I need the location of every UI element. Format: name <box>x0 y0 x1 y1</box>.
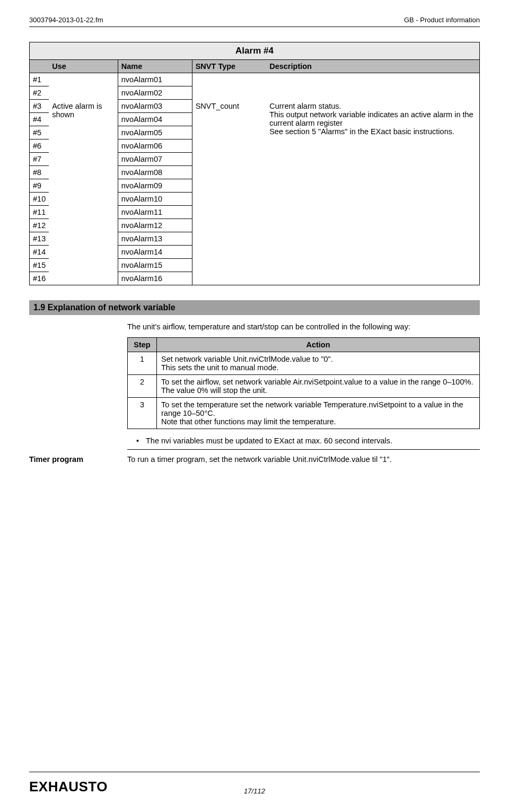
step-num: 1 <box>128 352 157 375</box>
col-snvt: SNVT Type <box>192 60 266 73</box>
step-header: Step <box>128 338 157 352</box>
desc-cell-empty <box>266 73 479 100</box>
col-name: Name <box>118 60 192 73</box>
row-name: nvoAlarm14 <box>118 246 192 259</box>
step-num: 3 <box>128 398 157 429</box>
row-name: nvoAlarm10 <box>118 193 192 206</box>
row-num: #9 <box>30 179 49 193</box>
col-use: Use <box>49 60 118 73</box>
row-name: nvoAlarm04 <box>118 113 192 126</box>
action-header: Action <box>157 338 480 352</box>
alarm-table-header-row: Use Name SNVT Type Description <box>30 60 480 73</box>
bullet-note: The nvi variables must be updated to EXa… <box>146 436 480 445</box>
use-cell-empty <box>49 73 118 100</box>
step-header-row: Step Action <box>128 338 480 352</box>
row-num: #7 <box>30 153 49 166</box>
row-name: nvoAlarm09 <box>118 179 192 193</box>
row-name: nvoAlarm12 <box>118 219 192 232</box>
header-right: GB - Product information <box>404 16 480 24</box>
table-row: #1 nvoAlarm01 <box>30 73 480 86</box>
row-name: nvoAlarm08 <box>118 166 192 179</box>
row-name: nvoAlarm03 <box>118 100 192 113</box>
col-desc: Description <box>266 60 479 73</box>
row-name: nvoAlarm02 <box>118 86 192 100</box>
footer-rule <box>29 772 480 772</box>
alarm-table-title: Alarm #4 <box>30 42 480 60</box>
step-action: Set network variable Unit.nviCtrlMode.va… <box>157 352 480 375</box>
step-row: 3 To set the temperature set the network… <box>128 398 480 429</box>
brand-logo: EXHAUSTO <box>29 779 108 795</box>
col-blank <box>30 60 49 73</box>
section-heading: 1.9 Explanation of network variable <box>29 300 480 315</box>
row-name: nvoAlarm15 <box>118 259 192 272</box>
row-num: #11 <box>30 206 49 219</box>
row-name: nvoAlarm16 <box>118 272 192 285</box>
snvt-cell-empty <box>192 73 266 100</box>
header-left: 3003794-2013-01-22.fm <box>29 16 103 24</box>
row-num: #14 <box>30 246 49 259</box>
step-num: 2 <box>128 375 157 398</box>
page: 3003794-2013-01-22.fm GB - Product infor… <box>0 0 509 812</box>
row-num: #5 <box>30 126 49 139</box>
alarm-table-title-row: Alarm #4 <box>30 42 480 60</box>
step-row: 1 Set network variable Unit.nviCtrlMode.… <box>128 352 480 375</box>
row-name: nvoAlarm11 <box>118 206 192 219</box>
step-action: To set the temperature set the network v… <box>157 398 480 429</box>
row-num: #16 <box>30 272 49 285</box>
page-header: 3003794-2013-01-22.fm GB - Product infor… <box>29 16 480 24</box>
page-footer: 17/112 EXHAUSTO <box>29 772 480 795</box>
row-name: nvoAlarm01 <box>118 73 192 86</box>
row-num: #3 <box>30 100 49 113</box>
row-num: #2 <box>30 86 49 100</box>
row-num: #4 <box>30 113 49 126</box>
step-table: Step Action 1 Set network variable Unit.… <box>127 337 480 429</box>
header-rule <box>29 27 480 27</box>
separator-rule <box>127 449 480 450</box>
alarm-table: Alarm #4 Use Name SNVT Type Description … <box>29 42 480 285</box>
use-cell: Active alarm is shown <box>49 100 118 285</box>
row-num: #12 <box>30 219 49 232</box>
timer-row: Timer program To run a timer program, se… <box>29 455 480 464</box>
step-action: To set the airflow, set network variable… <box>157 375 480 398</box>
timer-label: Timer program <box>29 455 117 464</box>
timer-text: To run a timer program, set the network … <box>127 455 392 464</box>
snvt-cell: SNVT_count <box>192 100 266 285</box>
row-name: nvoAlarm06 <box>118 139 192 153</box>
row-num: #15 <box>30 259 49 272</box>
row-name: nvoAlarm05 <box>118 126 192 139</box>
row-num: #10 <box>30 193 49 206</box>
row-num: #6 <box>30 139 49 153</box>
table-row: #3 Active alarm is shown nvoAlarm03 SNVT… <box>30 100 480 113</box>
step-row: 2 To set the airflow, set network variab… <box>128 375 480 398</box>
row-num: #13 <box>30 232 49 246</box>
row-num: #8 <box>30 166 49 179</box>
row-name: nvoAlarm07 <box>118 153 192 166</box>
row-num: #1 <box>30 73 49 86</box>
intro-paragraph: The unit's airflow, temperature and star… <box>127 322 480 331</box>
desc-cell: Current alarm status. This output networ… <box>266 100 479 285</box>
row-name: nvoAlarm13 <box>118 232 192 246</box>
